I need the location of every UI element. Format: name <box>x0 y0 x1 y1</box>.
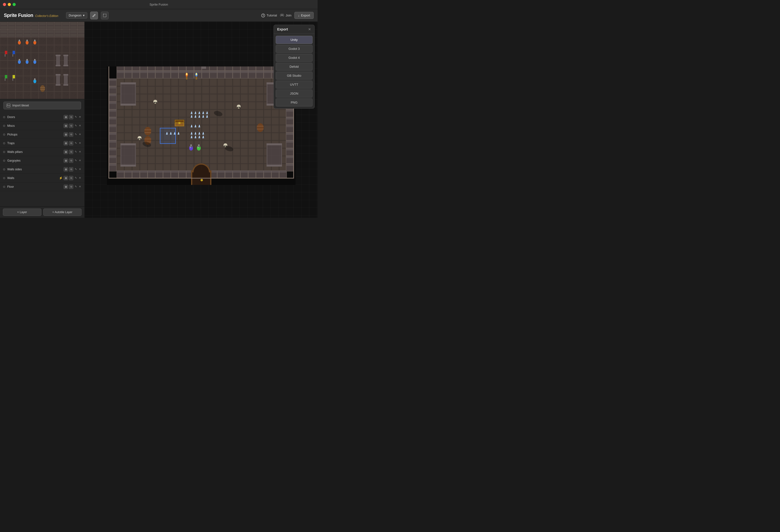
layer-delete-icon[interactable]: ✕ <box>78 124 82 128</box>
layer-controls: ⚡ ▦ ⧉ ✎ ✕ <box>59 176 82 180</box>
layer-toggle-button[interactable]: ▦ <box>64 185 68 189</box>
import-tileset-button[interactable]: Import tileset <box>3 102 81 109</box>
dungeon-map-canvas[interactable] <box>107 66 296 185</box>
layer-toggle-button[interactable]: ▦ <box>64 115 68 119</box>
layer-toggle-button[interactable]: ▦ <box>64 176 68 180</box>
export-option-godot3[interactable]: Godot 3 <box>276 45 312 53</box>
layer-toggle-button[interactable]: ▦ <box>64 124 68 128</box>
map-selector[interactable]: Dungeon ▾ <box>66 12 87 19</box>
add-autotile-button[interactable]: + Autotile Layer <box>43 208 82 216</box>
layer-name: Gargoyles <box>7 159 62 162</box>
layer-visibility-icon: ⊙ <box>3 150 5 154</box>
export-option-unity[interactable]: Unity <box>276 36 312 44</box>
layer-toggle-button[interactable]: ▦ <box>64 132 68 137</box>
export-close-button[interactable]: ✕ <box>308 27 311 31</box>
lightning-icon: ⚡ <box>59 176 63 180</box>
export-option-json[interactable]: JSON <box>276 90 312 97</box>
layer-item-traps[interactable]: ⊙ Traps ▦ ⧉ ✎ ✕ <box>0 139 84 148</box>
layer-delete-icon[interactable]: ✕ <box>78 115 82 119</box>
layer-controls: ▦ ⧉ ✎ ✕ <box>64 124 82 128</box>
layer-delete-icon[interactable]: ✕ <box>78 167 82 171</box>
layer-edit-icon[interactable]: ✎ <box>74 150 78 154</box>
layer-copy-button[interactable]: ⧉ <box>69 150 73 154</box>
layer-edit-icon[interactable]: ✎ <box>74 185 78 189</box>
draw-tool-button[interactable] <box>90 12 98 19</box>
join-label: Join <box>286 13 291 17</box>
layer-copy-button[interactable]: ⧉ <box>69 158 73 163</box>
layer-toggle-button[interactable]: ▦ <box>64 141 68 145</box>
layer-edit-icon[interactable]: ✎ <box>74 167 78 171</box>
layer-delete-icon[interactable]: ✕ <box>78 176 82 180</box>
export-option-godot4[interactable]: Godot 4 <box>276 54 312 62</box>
layer-copy-button[interactable]: ⧉ <box>69 132 73 137</box>
export-options: UnityGodot 3Godot 4DefoldGB StudioUVTTJS… <box>274 34 314 108</box>
add-layer-button[interactable]: + Layer <box>3 208 41 216</box>
tileset-canvas[interactable] <box>0 22 84 99</box>
layer-delete-icon[interactable]: ✕ <box>78 132 82 137</box>
layer-item-walls-pillars[interactable]: ⊙ Walls pillars ▦ ⧉ ✎ ✕ <box>0 148 84 156</box>
canvas-area[interactable]: Export ✕ UnityGodot 3Godot 4DefoldGB Stu… <box>85 22 318 218</box>
layer-toggle-button[interactable]: ▦ <box>64 167 68 172</box>
layer-controls: ▦ ⧉ ✎ ✕ <box>64 185 82 189</box>
layer-visibility-icon: ⊙ <box>3 176 5 180</box>
export-option-png[interactable]: PNG <box>276 98 312 106</box>
layer-controls: ▦ ⧉ ✎ ✕ <box>64 158 82 163</box>
export-option-uvtt[interactable]: UVTT <box>276 81 312 89</box>
layer-delete-icon[interactable]: ✕ <box>78 150 82 154</box>
layer-item-floor[interactable]: ⊙ Floor ▦ ⧉ ✎ ✕ <box>0 182 84 191</box>
layer-visibility-icon: ⊙ <box>3 124 5 128</box>
join-button[interactable]: Join <box>280 13 291 17</box>
image-icon <box>6 103 10 107</box>
export-button[interactable]: ↓ Export <box>294 12 314 19</box>
download-icon: ↓ <box>298 13 300 17</box>
layer-visibility-icon: ⊙ <box>3 115 5 119</box>
export-option-gb-studio[interactable]: GB Studio <box>276 71 312 80</box>
layer-edit-icon[interactable]: ✎ <box>74 158 78 162</box>
pencil-icon <box>92 13 96 17</box>
layer-item-pickups[interactable]: ⊙ Pickups ▦ ⧉ ✎ ✕ <box>0 130 84 139</box>
layer-edit-icon[interactable]: ✎ <box>74 132 78 137</box>
layer-item-walls-sides[interactable]: ⊙ Walls sides ▦ ⧉ ✎ ✕ <box>0 165 84 174</box>
layer-item-gargoyles[interactable]: ⊙ Gargoyles ▦ ⧉ ✎ ✕ <box>0 156 84 165</box>
layer-edit-icon[interactable]: ✎ <box>74 115 78 119</box>
svg-text:?: ? <box>262 14 264 17</box>
layer-delete-icon[interactable]: ✕ <box>78 141 82 145</box>
layer-edit-icon[interactable]: ✎ <box>74 176 78 180</box>
select-tool-button[interactable] <box>101 12 109 19</box>
layer-copy-button[interactable]: ⧉ <box>69 167 73 172</box>
close-button[interactable] <box>3 3 6 6</box>
export-option-defold[interactable]: Defold <box>276 63 312 70</box>
layer-copy-button[interactable]: ⧉ <box>69 185 73 189</box>
layer-controls: ▦ ⧉ ✎ ✕ <box>64 115 82 119</box>
tutorial-label: Tutorial <box>266 13 277 17</box>
layer-item-miscs[interactable]: ⊙ Miscs ▦ ⧉ ✎ ✕ <box>0 122 84 130</box>
layer-name: Walls pillars <box>7 150 62 154</box>
layer-edit-icon[interactable]: ✎ <box>74 124 78 128</box>
tutorial-button[interactable]: ? Tutorial <box>261 13 277 17</box>
tileset-preview <box>0 22 84 99</box>
layer-copy-button[interactable]: ⧉ <box>69 115 73 119</box>
layer-toggle-button[interactable]: ▦ <box>64 150 68 154</box>
layer-copy-button[interactable]: ⧉ <box>69 141 73 145</box>
layer-item-doors[interactable]: ⊙ Doors ▦ ⧉ ✎ ✕ <box>0 113 84 122</box>
layer-toggle-button[interactable]: ▦ <box>64 158 68 163</box>
layer-copy-button[interactable]: ⧉ <box>69 176 73 180</box>
layer-copy-button[interactable]: ⧉ <box>69 124 73 128</box>
maximize-button[interactable] <box>12 3 16 6</box>
layer-delete-icon[interactable]: ✕ <box>78 158 82 162</box>
layer-edit-icon[interactable]: ✎ <box>74 141 78 145</box>
layer-visibility-icon: ⊙ <box>3 133 5 136</box>
export-panel: Export ✕ UnityGodot 3Godot 4DefoldGB Stu… <box>274 25 315 109</box>
layer-delete-icon[interactable]: ✕ <box>78 185 82 189</box>
map-name: Dungeon <box>69 13 82 17</box>
layers-footer: + Layer + Autotile Layer <box>0 206 84 218</box>
select-icon <box>103 13 107 17</box>
layer-item-walls[interactable]: ⊙ Walls ⚡ ▦ ⧉ ✎ ✕ <box>0 174 84 182</box>
layer-name: Walls <box>7 176 57 180</box>
layer-name: Pickups <box>7 133 62 136</box>
minimize-button[interactable] <box>8 3 11 6</box>
window-title: Sprite Fusion <box>149 3 168 6</box>
layer-visibility-icon: ⊙ <box>3 185 5 188</box>
layer-controls: ▦ ⧉ ✎ ✕ <box>64 167 82 172</box>
layer-name: Traps <box>7 142 62 145</box>
